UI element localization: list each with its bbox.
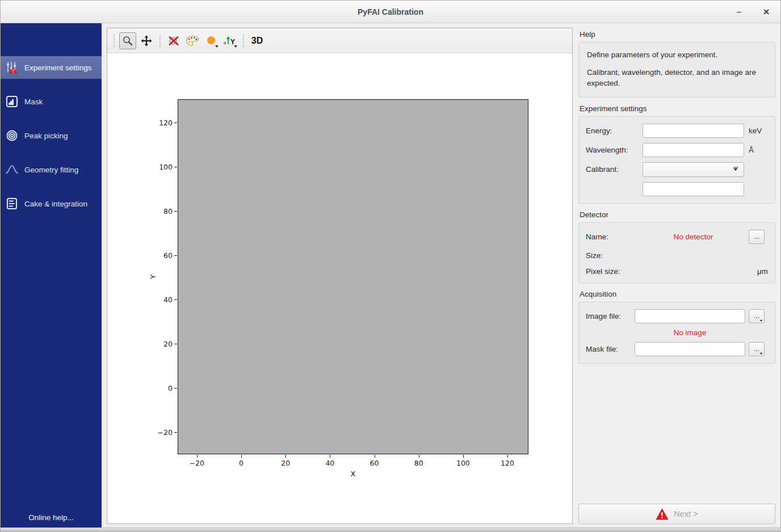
x-tick-mark bbox=[197, 455, 198, 458]
y-axis-label: Y bbox=[149, 275, 158, 279]
plot-image-axes[interactable]: X Y −20020406080100120−20020406080100120 bbox=[178, 99, 528, 454]
concentric-rings-icon bbox=[5, 129, 19, 142]
wavelength-unit: Å bbox=[749, 146, 768, 154]
y-tick-mark bbox=[174, 167, 177, 167]
y-tick-mark bbox=[174, 344, 177, 344]
sidebar-item-label: Mask bbox=[24, 98, 43, 106]
clear-zoom-button[interactable] bbox=[165, 32, 182, 49]
sidebar-nav: Experiment settings Mask bbox=[1, 23, 102, 226]
window-title: PyFAI Calibration bbox=[358, 7, 423, 16]
detector-browse-button[interactable]: ... bbox=[749, 230, 765, 244]
energy-field[interactable] bbox=[643, 124, 744, 138]
detector-box: Name: No detector ... Size: Pixel size: … bbox=[578, 222, 775, 283]
y-tick-label: 20 bbox=[163, 339, 173, 348]
y-tick-mark bbox=[174, 388, 177, 389]
warning-icon bbox=[656, 508, 669, 520]
wavelength-field[interactable] bbox=[643, 143, 744, 157]
plot-panel: a Y 3D X Y bbox=[107, 28, 573, 524]
sliders-warning-icon bbox=[5, 61, 19, 74]
y-axis-direction-icon: a Y bbox=[223, 35, 237, 47]
energy-unit: keV bbox=[749, 126, 768, 135]
colormap-button[interactable] bbox=[184, 32, 201, 49]
mask-file-browse-button[interactable]: ... bbox=[749, 342, 765, 356]
help-text: Define parameters of your experiment. bbox=[587, 49, 768, 61]
dropdown-caret-icon bbox=[759, 320, 763, 322]
image-file-browse-button[interactable]: ... bbox=[749, 309, 765, 323]
mask-circle-icon bbox=[205, 35, 217, 47]
x-tick-label: 80 bbox=[414, 459, 423, 467]
next-button-label: Next > bbox=[674, 509, 698, 518]
detector-name-status: No detector bbox=[640, 233, 746, 241]
y-tick-mark bbox=[174, 123, 177, 123]
x-tick-label: 20 bbox=[281, 459, 290, 467]
x-tick-label: −20 bbox=[190, 459, 204, 467]
svg-text:Y: Y bbox=[230, 37, 235, 45]
detector-size-label: Size: bbox=[586, 251, 638, 260]
peak-curve-icon bbox=[5, 163, 19, 176]
x-tick-mark bbox=[419, 455, 419, 458]
next-button[interactable]: Next > bbox=[578, 504, 775, 524]
close-button[interactable]: × bbox=[759, 5, 774, 19]
x-tick-mark bbox=[463, 455, 464, 458]
x-tick-label: 40 bbox=[325, 459, 334, 467]
y-tick-label: 100 bbox=[159, 163, 173, 171]
plot-toolbar: a Y 3D bbox=[107, 28, 572, 53]
sidebar-item-geometry-fitting[interactable]: Geometry fitting bbox=[1, 158, 102, 181]
y-tick-label: 40 bbox=[163, 295, 173, 303]
window-bottom-edge bbox=[1, 527, 780, 531]
3d-view-button[interactable]: 3D bbox=[249, 32, 266, 49]
help-box: Define parameters of your experiment. Ca… bbox=[578, 42, 775, 98]
minimize-button[interactable]: – bbox=[732, 5, 746, 19]
x-tick-mark bbox=[241, 455, 242, 458]
x-tick-label: 0 bbox=[239, 459, 243, 467]
dropdown-caret-icon bbox=[215, 45, 219, 48]
zoom-tool-button[interactable] bbox=[119, 32, 136, 49]
calibrant-select[interactable] bbox=[643, 162, 744, 177]
y-tick-label: 60 bbox=[163, 251, 173, 259]
sidebar: Experiment settings Mask bbox=[1, 23, 102, 527]
calibrant-label: Calibrant: bbox=[586, 165, 638, 174]
detector-name-label: Name: bbox=[586, 233, 638, 241]
y-tick-label: −20 bbox=[158, 428, 173, 436]
pan-tool-button[interactable] bbox=[138, 32, 155, 49]
plot-canvas[interactable]: X Y −20020406080100120−20020406080100120 bbox=[107, 53, 572, 523]
pixel-size-label: Pixel size: bbox=[586, 267, 638, 276]
wavelength-label: Wavelength: bbox=[586, 146, 638, 154]
sidebar-item-experiment-settings[interactable]: Experiment settings bbox=[1, 56, 102, 79]
y-tick-mark bbox=[174, 255, 177, 256]
colormap-palette-icon bbox=[186, 35, 199, 47]
app-window: PyFAI Calibration – × bbox=[0, 0, 781, 532]
mask-icon bbox=[5, 95, 19, 108]
zoom-icon bbox=[122, 35, 133, 47]
y-tick-mark bbox=[174, 432, 177, 433]
image-file-field[interactable] bbox=[635, 309, 745, 323]
x-tick-mark bbox=[375, 455, 375, 458]
sidebar-item-peak-picking[interactable]: Peak picking bbox=[1, 124, 102, 147]
pan-icon bbox=[141, 35, 152, 47]
clear-zoom-icon bbox=[167, 35, 180, 47]
sidebar-item-label: Cake & integration bbox=[24, 200, 87, 208]
help-section-title: Help bbox=[580, 30, 775, 39]
online-help-link[interactable]: Online help... bbox=[1, 513, 102, 527]
y-tick-label: 0 bbox=[168, 383, 173, 392]
y-axis-direction-button[interactable]: a Y bbox=[221, 32, 238, 49]
energy-label: Energy: bbox=[586, 126, 638, 135]
chevron-down-icon bbox=[733, 168, 738, 171]
plot-area: a Y 3D X Y bbox=[102, 23, 574, 527]
svg-text:a: a bbox=[224, 41, 226, 45]
y-tick-label: 80 bbox=[163, 207, 173, 216]
experiment-section-title: Experiment settings bbox=[580, 104, 775, 113]
detector-section-title: Detector bbox=[580, 210, 775, 219]
sidebar-item-cake-integration[interactable]: Cake & integration bbox=[1, 192, 102, 215]
browse-button-label: ... bbox=[754, 233, 759, 240]
x-tick-mark bbox=[285, 455, 286, 458]
mask-file-field[interactable] bbox=[635, 342, 745, 356]
mask-file-label: Mask file: bbox=[586, 345, 631, 353]
x-tick-mark bbox=[507, 455, 508, 458]
main-area: Experiment settings Mask bbox=[1, 23, 780, 527]
sidebar-item-mask[interactable]: Mask bbox=[1, 90, 102, 113]
calibrant-file-field[interactable] bbox=[643, 182, 744, 196]
mask-circle-button[interactable] bbox=[203, 32, 220, 49]
list-document-icon bbox=[5, 197, 19, 210]
window-controls: – × bbox=[732, 1, 774, 23]
